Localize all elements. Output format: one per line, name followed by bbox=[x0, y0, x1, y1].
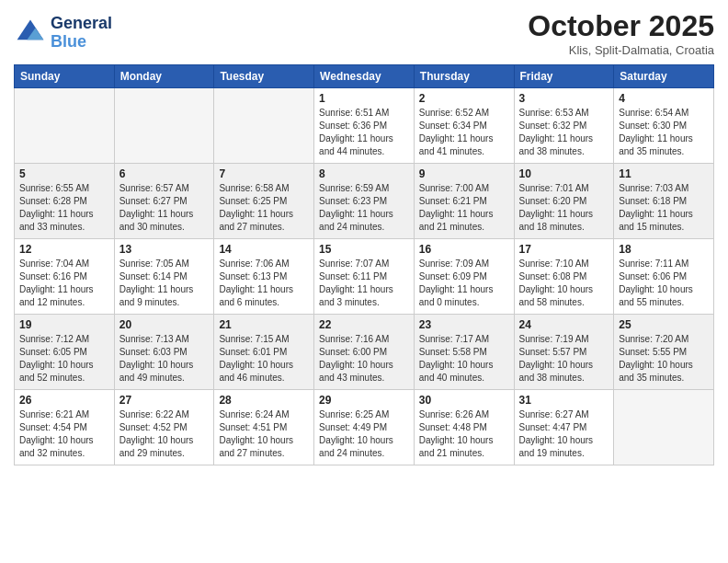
day-info: Sunrise: 6:57 AM Sunset: 6:27 PM Dayligh… bbox=[119, 182, 210, 234]
day-number: 1 bbox=[319, 92, 409, 105]
day-info: Sunrise: 6:54 AM Sunset: 6:30 PM Dayligh… bbox=[619, 107, 709, 158]
table-row: 4Sunrise: 6:54 AM Sunset: 6:30 PM Daylig… bbox=[614, 88, 714, 164]
calendar-week-row: 19Sunrise: 7:12 AM Sunset: 6:05 PM Dayli… bbox=[15, 315, 714, 390]
table-row: 31Sunrise: 6:27 AM Sunset: 4:47 PM Dayli… bbox=[514, 390, 614, 465]
day-number: 6 bbox=[119, 167, 210, 180]
day-info: Sunrise: 7:00 AM Sunset: 6:21 PM Dayligh… bbox=[419, 182, 509, 234]
logo-line1: General bbox=[51, 15, 112, 33]
day-number: 8 bbox=[319, 167, 409, 180]
table-row: 3Sunrise: 6:53 AM Sunset: 6:32 PM Daylig… bbox=[514, 88, 614, 164]
table-row bbox=[15, 88, 115, 164]
table-row: 21Sunrise: 7:15 AM Sunset: 6:01 PM Dayli… bbox=[214, 315, 314, 390]
day-info: Sunrise: 6:22 AM Sunset: 4:52 PM Dayligh… bbox=[119, 408, 210, 460]
col-thursday: Thursday bbox=[414, 65, 514, 88]
day-number: 2 bbox=[419, 92, 509, 105]
day-info: Sunrise: 7:16 AM Sunset: 6:00 PM Dayligh… bbox=[319, 333, 409, 385]
day-info: Sunrise: 7:03 AM Sunset: 6:18 PM Dayligh… bbox=[619, 182, 709, 234]
day-info: Sunrise: 7:11 AM Sunset: 6:06 PM Dayligh… bbox=[619, 258, 709, 309]
day-number: 3 bbox=[519, 92, 609, 105]
day-number: 9 bbox=[419, 167, 509, 180]
day-info: Sunrise: 6:27 AM Sunset: 4:47 PM Dayligh… bbox=[519, 408, 609, 460]
title-block: October 2025 Klis, Split-Dalmatia, Croat… bbox=[528, 9, 714, 57]
page: General Blue October 2025 Klis, Split-Da… bbox=[0, 0, 728, 563]
table-row: 1Sunrise: 6:51 AM Sunset: 6:36 PM Daylig… bbox=[314, 88, 415, 164]
day-number: 31 bbox=[519, 394, 609, 407]
col-monday: Monday bbox=[114, 65, 214, 88]
day-number: 24 bbox=[519, 318, 609, 331]
table-row: 14Sunrise: 7:06 AM Sunset: 6:13 PM Dayli… bbox=[214, 239, 314, 315]
day-info: Sunrise: 7:05 AM Sunset: 6:14 PM Dayligh… bbox=[119, 258, 210, 309]
day-info: Sunrise: 6:26 AM Sunset: 4:48 PM Dayligh… bbox=[419, 408, 509, 460]
table-row: 7Sunrise: 6:58 AM Sunset: 6:25 PM Daylig… bbox=[214, 164, 314, 239]
day-number: 17 bbox=[519, 243, 609, 256]
table-row: 19Sunrise: 7:12 AM Sunset: 6:05 PM Dayli… bbox=[15, 315, 115, 390]
day-info: Sunrise: 6:24 AM Sunset: 4:51 PM Dayligh… bbox=[219, 408, 309, 460]
day-number: 26 bbox=[19, 394, 109, 407]
day-info: Sunrise: 6:55 AM Sunset: 6:28 PM Dayligh… bbox=[19, 182, 109, 234]
day-info: Sunrise: 7:13 AM Sunset: 6:03 PM Dayligh… bbox=[119, 333, 210, 385]
day-number: 25 bbox=[619, 318, 709, 331]
table-row: 17Sunrise: 7:10 AM Sunset: 6:08 PM Dayli… bbox=[514, 239, 614, 315]
table-row bbox=[114, 88, 214, 164]
table-row: 22Sunrise: 7:16 AM Sunset: 6:00 PM Dayli… bbox=[314, 315, 415, 390]
day-number: 12 bbox=[19, 243, 109, 256]
table-row: 27Sunrise: 6:22 AM Sunset: 4:52 PM Dayli… bbox=[114, 390, 214, 465]
table-row: 23Sunrise: 7:17 AM Sunset: 5:58 PM Dayli… bbox=[414, 315, 514, 390]
table-row: 15Sunrise: 7:07 AM Sunset: 6:11 PM Dayli… bbox=[314, 239, 415, 315]
day-info: Sunrise: 6:53 AM Sunset: 6:32 PM Dayligh… bbox=[519, 107, 609, 158]
logo: General Blue bbox=[14, 15, 112, 52]
col-saturday: Saturday bbox=[614, 65, 714, 88]
table-row: 2Sunrise: 6:52 AM Sunset: 6:34 PM Daylig… bbox=[414, 88, 514, 164]
day-info: Sunrise: 7:17 AM Sunset: 5:58 PM Dayligh… bbox=[419, 333, 509, 385]
table-row: 16Sunrise: 7:09 AM Sunset: 6:09 PM Dayli… bbox=[414, 239, 514, 315]
day-number: 18 bbox=[619, 243, 709, 256]
calendar: Sunday Monday Tuesday Wednesday Thursday… bbox=[14, 64, 714, 465]
table-row: 5Sunrise: 6:55 AM Sunset: 6:28 PM Daylig… bbox=[15, 164, 115, 239]
table-row: 13Sunrise: 7:05 AM Sunset: 6:14 PM Dayli… bbox=[114, 239, 214, 315]
col-tuesday: Tuesday bbox=[214, 65, 314, 88]
col-sunday: Sunday bbox=[15, 65, 115, 88]
table-row bbox=[214, 88, 314, 164]
header: General Blue October 2025 Klis, Split-Da… bbox=[14, 9, 714, 57]
day-info: Sunrise: 6:25 AM Sunset: 4:49 PM Dayligh… bbox=[319, 408, 409, 460]
day-info: Sunrise: 7:01 AM Sunset: 6:20 PM Dayligh… bbox=[519, 182, 609, 234]
table-row: 10Sunrise: 7:01 AM Sunset: 6:20 PM Dayli… bbox=[514, 164, 614, 239]
day-number: 27 bbox=[119, 394, 210, 407]
calendar-week-row: 12Sunrise: 7:04 AM Sunset: 6:16 PM Dayli… bbox=[15, 239, 714, 315]
table-row bbox=[614, 390, 714, 465]
day-number: 7 bbox=[219, 167, 309, 180]
day-number: 30 bbox=[419, 394, 509, 407]
month-title: October 2025 bbox=[528, 9, 714, 43]
day-info: Sunrise: 6:59 AM Sunset: 6:23 PM Dayligh… bbox=[319, 182, 409, 234]
day-number: 10 bbox=[519, 167, 609, 180]
day-info: Sunrise: 6:52 AM Sunset: 6:34 PM Dayligh… bbox=[419, 107, 509, 158]
col-wednesday: Wednesday bbox=[314, 65, 415, 88]
table-row: 6Sunrise: 6:57 AM Sunset: 6:27 PM Daylig… bbox=[114, 164, 214, 239]
day-number: 5 bbox=[19, 167, 109, 180]
calendar-week-row: 26Sunrise: 6:21 AM Sunset: 4:54 PM Dayli… bbox=[15, 390, 714, 465]
day-number: 22 bbox=[319, 318, 409, 331]
table-row: 11Sunrise: 7:03 AM Sunset: 6:18 PM Dayli… bbox=[614, 164, 714, 239]
table-row: 26Sunrise: 6:21 AM Sunset: 4:54 PM Dayli… bbox=[15, 390, 115, 465]
table-row: 24Sunrise: 7:19 AM Sunset: 5:57 PM Dayli… bbox=[514, 315, 614, 390]
day-info: Sunrise: 7:15 AM Sunset: 6:01 PM Dayligh… bbox=[219, 333, 309, 385]
table-row: 18Sunrise: 7:11 AM Sunset: 6:06 PM Dayli… bbox=[614, 239, 714, 315]
day-number: 4 bbox=[619, 92, 709, 105]
col-friday: Friday bbox=[514, 65, 614, 88]
day-number: 21 bbox=[219, 318, 309, 331]
day-info: Sunrise: 7:20 AM Sunset: 5:55 PM Dayligh… bbox=[619, 333, 709, 385]
table-row: 29Sunrise: 6:25 AM Sunset: 4:49 PM Dayli… bbox=[314, 390, 415, 465]
day-number: 13 bbox=[119, 243, 210, 256]
table-row: 8Sunrise: 6:59 AM Sunset: 6:23 PM Daylig… bbox=[314, 164, 415, 239]
calendar-week-row: 1Sunrise: 6:51 AM Sunset: 6:36 PM Daylig… bbox=[15, 88, 714, 164]
day-number: 15 bbox=[319, 243, 409, 256]
table-row: 9Sunrise: 7:00 AM Sunset: 6:21 PM Daylig… bbox=[414, 164, 514, 239]
calendar-header-row: Sunday Monday Tuesday Wednesday Thursday… bbox=[15, 65, 714, 88]
day-info: Sunrise: 7:09 AM Sunset: 6:09 PM Dayligh… bbox=[419, 258, 509, 309]
table-row: 20Sunrise: 7:13 AM Sunset: 6:03 PM Dayli… bbox=[114, 315, 214, 390]
table-row: 25Sunrise: 7:20 AM Sunset: 5:55 PM Dayli… bbox=[614, 315, 714, 390]
table-row: 12Sunrise: 7:04 AM Sunset: 6:16 PM Dayli… bbox=[15, 239, 115, 315]
logo-line2: Blue bbox=[51, 32, 86, 51]
day-number: 28 bbox=[219, 394, 309, 407]
day-number: 20 bbox=[119, 318, 210, 331]
